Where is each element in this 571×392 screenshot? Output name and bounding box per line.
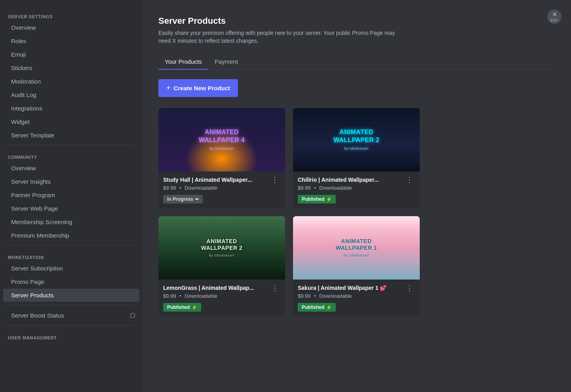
sidebar-item-label: Overview bbox=[11, 24, 36, 31]
boost-icon: ⬡ bbox=[130, 312, 135, 319]
product-thumbnail-4: ANIMATEDWALLPAPER 1by tobidoesart bbox=[293, 216, 420, 280]
product-type-3: Downloadable bbox=[185, 293, 217, 299]
status-badge-2[interactable]: Published ⚡ bbox=[298, 195, 336, 204]
create-button-label: Create New Product bbox=[174, 85, 230, 91]
product-info-3: LemonGrass | Animated Wallpap... ⋮ $9.99… bbox=[158, 280, 285, 316]
user-management-section-label: USER MANAGEMENT bbox=[0, 329, 143, 342]
status-badge-1[interactable]: In Progress ✏ bbox=[163, 195, 203, 204]
product-type-1: Downloadable bbox=[185, 185, 217, 191]
status-badge-4[interactable]: Published ⚡ bbox=[298, 303, 336, 312]
product-info-1: Study Hall | Animated Wallpaper... ⋮ $9.… bbox=[158, 171, 285, 208]
esc-label: ESC bbox=[550, 19, 558, 22]
sidebar-divider-4 bbox=[8, 325, 135, 326]
sidebar-item-partner-program[interactable]: Partner Program bbox=[3, 188, 139, 202]
product-more-button-2[interactable]: ⋮ bbox=[404, 176, 415, 183]
sidebar-divider-3 bbox=[8, 305, 135, 305]
product-name-3: LemonGrass | Animated Wallpap... bbox=[163, 285, 270, 291]
product-card-1: ANIMATEDWALLPAPER 4by tobidoesart Study … bbox=[158, 108, 285, 208]
sidebar-item-server-template[interactable]: Server Template bbox=[3, 129, 139, 142]
tab-your-products[interactable]: Your Products bbox=[158, 54, 208, 70]
sidebar-item-label: Audit Log bbox=[11, 91, 36, 98]
product-name-row-3: LemonGrass | Animated Wallpap... ⋮ bbox=[163, 284, 280, 291]
sidebar-item-membership-screening[interactable]: Membership Screening bbox=[3, 215, 139, 228]
monetization-section-label: MONETIZATION bbox=[0, 249, 143, 261]
sidebar-item-audit-log[interactable]: Audit Log bbox=[3, 88, 139, 101]
sidebar-item-label: Partner Program bbox=[11, 192, 55, 198]
sidebar-item-label: Integrations bbox=[11, 105, 42, 112]
lightning-icon-2: ⚡ bbox=[326, 197, 332, 202]
product-name-row-4: Sakura | Animated Wallpaper 1 💕 ⋮ bbox=[298, 284, 415, 291]
main-content: ✕ ESC Server Products Easily share your … bbox=[143, 0, 571, 392]
status-label-1: In Progress bbox=[167, 196, 193, 202]
sidebar-item-label: Server Products bbox=[11, 292, 54, 299]
create-new-product-button[interactable]: + Create New Product bbox=[158, 79, 238, 97]
product-price-row-2: $9.99 • Downloadable bbox=[298, 185, 415, 191]
sidebar-item-label: Promo Page bbox=[11, 278, 44, 285]
sidebar-item-label: Server Insights bbox=[11, 178, 51, 185]
product-info-4: Sakura | Animated Wallpaper 1 💕 ⋮ $9.99 … bbox=[293, 280, 420, 316]
product-card-4: ANIMATEDWALLPAPER 1by tobidoesart Sakura… bbox=[293, 216, 420, 316]
sidebar-item-label: Moderation bbox=[11, 78, 41, 85]
plus-icon: + bbox=[166, 84, 171, 92]
sidebar-item-roles[interactable]: Roles bbox=[3, 34, 139, 48]
sidebar-item-widget[interactable]: Widget bbox=[3, 115, 139, 128]
sidebar-item-label: Overview bbox=[11, 165, 36, 171]
sidebar-item-overview[interactable]: Overview bbox=[3, 21, 139, 34]
product-name-4: Sakura | Animated Wallpaper 1 💕 bbox=[298, 285, 404, 291]
sidebar-item-community-overview[interactable]: Overview bbox=[3, 162, 139, 175]
products-grid: ANIMATEDWALLPAPER 4by tobidoesart Study … bbox=[158, 108, 420, 316]
sidebar-item-label: Stickers bbox=[11, 65, 32, 71]
thumbnail-label-4: ANIMATEDWALLPAPER 1by tobidoesart bbox=[336, 238, 377, 258]
product-price-2: $9.99 bbox=[298, 185, 311, 191]
product-thumbnail-3: ANIMATEDWALLPAPER 2by tobidoesart bbox=[158, 216, 285, 280]
status-label-3: Published bbox=[167, 304, 190, 310]
product-price-row-1: $9.99 • Downloadable bbox=[163, 185, 280, 191]
product-thumbnail-2: ANIMATEDWALLPAPER 2by tobidoesart bbox=[293, 108, 420, 171]
lightning-icon-4: ⚡ bbox=[326, 305, 332, 310]
sidebar-item-emoji[interactable]: Emoji bbox=[3, 48, 139, 61]
close-icon: ✕ bbox=[552, 11, 557, 18]
close-button[interactable]: ✕ ESC bbox=[547, 10, 561, 24]
sidebar-item-server-products[interactable]: Server Products bbox=[3, 289, 139, 302]
sidebar-item-label: Server Boost Status bbox=[11, 312, 64, 319]
product-name-2: Chillrio | Animated Wallpaper... bbox=[298, 177, 404, 183]
sidebar-item-server-insights[interactable]: Server Insights bbox=[3, 175, 139, 188]
server-settings-section-label: SERVER SETTINGS bbox=[0, 8, 143, 21]
sidebar-item-label: Membership Screening bbox=[11, 219, 72, 225]
sidebar-item-promo-page[interactable]: Promo Page bbox=[3, 275, 139, 288]
sidebar-divider bbox=[8, 145, 135, 145]
sidebar-item-moderation[interactable]: Moderation bbox=[3, 75, 139, 88]
product-card-2: ANIMATEDWALLPAPER 2by tobidoesart Chillr… bbox=[293, 108, 420, 208]
product-price-row-3: $9.99 • Downloadable bbox=[163, 293, 280, 299]
thumbnail-label-3: ANIMATEDWALLPAPER 2by tobidoesart bbox=[201, 238, 243, 258]
sidebar-item-premium-membership[interactable]: Premium Membership bbox=[3, 229, 139, 242]
sidebar-item-server-boost-status[interactable]: Server Boost Status ⬡ bbox=[3, 308, 139, 322]
sidebar-item-server-subscription[interactable]: Server Subscription bbox=[3, 262, 139, 275]
community-section-label: COMMUNITY bbox=[0, 148, 143, 161]
sidebar-item-label: Server Subscription bbox=[11, 265, 63, 272]
product-info-2: Chillrio | Animated Wallpaper... ⋮ $9.99… bbox=[293, 171, 420, 208]
sidebar-item-label: Server Web Page bbox=[11, 205, 58, 212]
product-price-4: $9.99 bbox=[298, 293, 311, 299]
product-more-button-3[interactable]: ⋮ bbox=[270, 284, 280, 291]
product-more-button-4[interactable]: ⋮ bbox=[404, 284, 415, 291]
tab-payment[interactable]: Payment bbox=[208, 54, 244, 70]
sidebar-item-integrations[interactable]: Integrations bbox=[3, 102, 139, 115]
sidebar-item-label: Emoji bbox=[11, 51, 26, 58]
product-type-2: Downloadable bbox=[319, 185, 352, 191]
product-card-3: ANIMATEDWALLPAPER 2by tobidoesart LemonG… bbox=[158, 216, 285, 316]
product-name-row-2: Chillrio | Animated Wallpaper... ⋮ bbox=[298, 176, 415, 183]
product-price-1: $9.99 bbox=[163, 185, 176, 191]
sidebar-item-server-web-page[interactable]: Server Web Page bbox=[3, 202, 139, 215]
status-badge-3[interactable]: Published ⚡ bbox=[163, 303, 201, 312]
pencil-icon: ✏ bbox=[195, 197, 199, 202]
product-more-button-1[interactable]: ⋮ bbox=[270, 176, 280, 183]
sidebar: SERVER SETTINGS Overview Roles Emoji Sti… bbox=[0, 0, 143, 392]
status-label-4: Published bbox=[302, 304, 324, 310]
page-description: Easily share your premium offering with … bbox=[158, 29, 404, 45]
product-thumbnail-1: ANIMATEDWALLPAPER 4by tobidoesart bbox=[158, 108, 285, 171]
page-title: Server Products bbox=[158, 16, 552, 26]
sidebar-divider-2 bbox=[8, 245, 135, 245]
sidebar-item-stickers[interactable]: Stickers bbox=[3, 61, 139, 74]
status-label-2: Published bbox=[302, 196, 324, 202]
